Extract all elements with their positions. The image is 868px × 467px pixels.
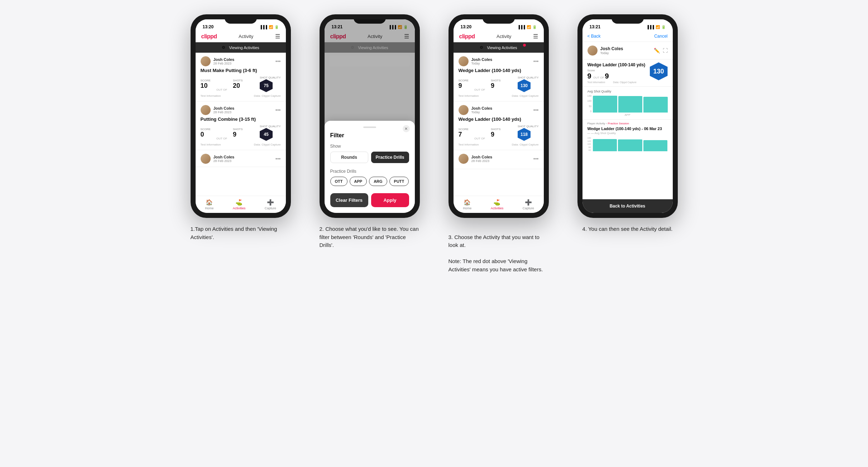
- drill-tag-app[interactable]: APP: [350, 177, 367, 186]
- more-dots-1-1[interactable]: •••: [275, 58, 281, 64]
- bottom-nav-3: 🏠 Home ⛳ Activities ➕ Capture: [454, 196, 544, 213]
- nav-capture-1[interactable]: ➕ Capture: [265, 199, 276, 210]
- user-info-1-2: Josh Coles 28 Feb 2023: [201, 105, 235, 115]
- step-3-column: 13:20 ▐▐▐ 📶 🔋 clippd Activity ☰ ⚙ Vi: [441, 14, 556, 273]
- card-title-1-1: Must Make Putting (3-6 ft): [201, 68, 281, 73]
- drill-tag-putt[interactable]: PUTT: [389, 177, 409, 186]
- user-name-1-1: Josh Coles: [214, 57, 235, 62]
- session-chart-4: 140 120 100 80 60: [588, 137, 668, 151]
- expand-icon-4[interactable]: ⛶: [663, 48, 668, 53]
- stat-score-1-2: Score 0: [201, 128, 211, 138]
- more-dots-1-2[interactable]: •••: [275, 107, 281, 113]
- show-label-2: Show: [330, 144, 409, 149]
- drill-tag-arg[interactable]: ARG: [369, 177, 387, 186]
- bar-2-4: [618, 96, 642, 113]
- step-3-description: 3. Choose the Activity that you want to …: [449, 225, 549, 273]
- phone-content-3: Josh Coles Today ••• Wedge Ladder (100-1…: [454, 53, 544, 196]
- drill-tag-ott[interactable]: OTT: [330, 177, 347, 186]
- red-dot-3: [523, 44, 526, 47]
- battery-icon-4: 🔋: [661, 25, 666, 29]
- cancel-btn-4[interactable]: Cancel: [654, 34, 667, 39]
- filter-tab-rounds[interactable]: Rounds: [330, 152, 368, 163]
- drill-tags-2: OTT APP ARG PUTT: [330, 177, 409, 186]
- bottom-nav-1: 🏠 Home ⛳ Activities ➕ Capture: [196, 196, 286, 213]
- card-title-1-2: Putting Combine (3-15 ft): [201, 116, 281, 122]
- activity-card-1-3[interactable]: Josh Coles 28 Feb 2023 •••: [196, 150, 286, 167]
- stat-score-1-1: Score 10: [201, 79, 211, 90]
- apply-btn[interactable]: Apply: [371, 193, 409, 207]
- user-date-1-1: 28 Feb 2023: [214, 62, 235, 65]
- chart-4: 140 100 50 0: [588, 95, 668, 113]
- card-stats-1-1: Score 10 OUT OF Shots 20: [201, 76, 281, 92]
- app-logo-3: clippd: [459, 33, 475, 40]
- detail-header-4: < Back Cancel: [582, 31, 673, 42]
- nav-home-1[interactable]: 🏠 Home: [205, 199, 214, 210]
- menu-icon-3[interactable]: ☰: [533, 33, 538, 40]
- phone-content-1: Josh Coles 28 Feb 2023 ••• Must Make Put…: [196, 53, 286, 196]
- clear-filters-btn[interactable]: Clear Filters: [330, 193, 368, 207]
- sq-badge-1-1: 75: [260, 79, 273, 92]
- step-1-description: 1.Tap on Activities and then 'Viewing Ac…: [191, 225, 291, 241]
- signal-icon: ▐▐▐: [259, 25, 267, 29]
- phone-1: 13:20 ▐▐▐ 📶 🔋 clippd Activity ☰ ⚙ Vi: [191, 14, 291, 218]
- filter-tab-practice[interactable]: Practice Drills: [371, 152, 409, 163]
- nav-home-3[interactable]: 🏠 Home: [463, 199, 471, 210]
- phone-2: 13:21 ▐▐▐ 📶 🔋 clippd Activity ☰ ⚙ Vi: [320, 14, 420, 218]
- status-time-3: 13:20: [461, 24, 472, 29]
- activity-card-3-3[interactable]: Josh Coles 28 Feb 2023 •••: [454, 150, 544, 169]
- modal-handle-2: [363, 127, 376, 128]
- card-header-1-1: Josh Coles 28 Feb 2023 •••: [201, 56, 281, 66]
- status-time-1: 13:20: [203, 24, 214, 29]
- phone-notch-1: [225, 14, 257, 24]
- viewing-bar-1[interactable]: ⚙ Viewing Activities: [196, 42, 286, 53]
- status-time-4: 13:21: [590, 24, 601, 29]
- activity-card-1-2[interactable]: Josh Coles 28 Feb 2023 ••• Putting Combi…: [196, 101, 286, 150]
- practice-label-2: Practice Drills: [330, 169, 409, 174]
- drill-detail-4: Wedge Ladder (100-140 yds) Score 9 OUT O…: [582, 59, 673, 87]
- score-label-1-1: Score: [201, 79, 211, 82]
- out-of-1-1: OUT OF: [216, 88, 227, 92]
- edit-icon-4[interactable]: ✏️: [654, 48, 660, 53]
- modal-title-2: Filter: [330, 132, 409, 139]
- nav-activities-3[interactable]: ⛳ Activities: [491, 199, 504, 210]
- activity-card-3-2[interactable]: Josh Coles Today ••• Wedge Ladder (100-1…: [454, 101, 544, 150]
- activity-card-3-1[interactable]: Josh Coles Today ••• Wedge Ladder (100-1…: [454, 53, 544, 101]
- card-stats-1-2: Score 0 OUT OF Shots 9 Shot Quality 45: [201, 125, 281, 141]
- score-value-1-1: 10: [201, 82, 211, 90]
- phone-notch-4: [612, 14, 644, 24]
- battery-icon: 🔋: [274, 25, 279, 29]
- chart-section-4: Avg Shot Quality 140 100 50 0: [582, 87, 673, 120]
- stat-shots-1-1: Shots 20: [233, 79, 243, 90]
- app-logo-1: clippd: [201, 33, 217, 40]
- step-1-column: 13:20 ▐▐▐ 📶 🔋 clippd Activity ☰ ⚙ Vi: [183, 14, 298, 273]
- viewing-bar-3[interactable]: ⚙ Viewing Activities: [454, 42, 544, 53]
- app-header-3: clippd Activity ☰: [454, 31, 544, 42]
- wifi-icon: 📶: [269, 25, 273, 29]
- shots-label-1-1: Shots: [233, 79, 243, 82]
- step-4-column: 13:21 ▐▐▐ 📶 🔋 < Back Cancel: [570, 14, 685, 273]
- nav-capture-3[interactable]: ➕ Capture: [523, 199, 534, 210]
- nav-activities-1[interactable]: ⛳ Activities: [233, 199, 246, 210]
- menu-icon-1[interactable]: ☰: [275, 33, 280, 40]
- bar-3-4: [643, 97, 667, 113]
- phone-3: 13:20 ▐▐▐ 📶 🔋 clippd Activity ☰ ⚙ Vi: [449, 14, 549, 218]
- back-btn-4[interactable]: < Back: [588, 34, 601, 39]
- phone-notch-3: [483, 14, 515, 24]
- bar-1-4: [593, 96, 617, 113]
- activity-card-1-1[interactable]: Josh Coles 28 Feb 2023 ••• Must Make Put…: [196, 53, 286, 101]
- modal-close-2[interactable]: ✕: [403, 125, 410, 132]
- app-title-3: Activity: [497, 34, 511, 39]
- filter-modal-2: ✕ Filter Show Rounds Practice Drills Pra…: [325, 121, 415, 213]
- phone-inner-3: 13:20 ▐▐▐ 📶 🔋 clippd Activity ☰ ⚙ Vi: [454, 19, 544, 213]
- home-icon-1: 🏠: [206, 199, 213, 206]
- status-icons-3: ▐▐▐ 📶 🔋: [517, 25, 536, 29]
- shots-value-1-1: 20: [233, 82, 243, 90]
- filter-icon-1: ⚙: [222, 45, 225, 50]
- filter-tabs-2: Rounds Practice Drills: [330, 152, 409, 163]
- phone-inner-4: 13:21 ▐▐▐ 📶 🔋 < Back Cancel: [582, 19, 673, 213]
- back-activities-btn-4[interactable]: Back to Activities: [582, 199, 673, 213]
- phone-inner-2: 13:21 ▐▐▐ 📶 🔋 clippd Activity ☰ ⚙ Vi: [325, 19, 415, 213]
- activities-icon-1: ⛳: [235, 199, 243, 206]
- sq-badge-1-2: 45: [260, 128, 273, 141]
- avatar-1-2: [201, 105, 211, 115]
